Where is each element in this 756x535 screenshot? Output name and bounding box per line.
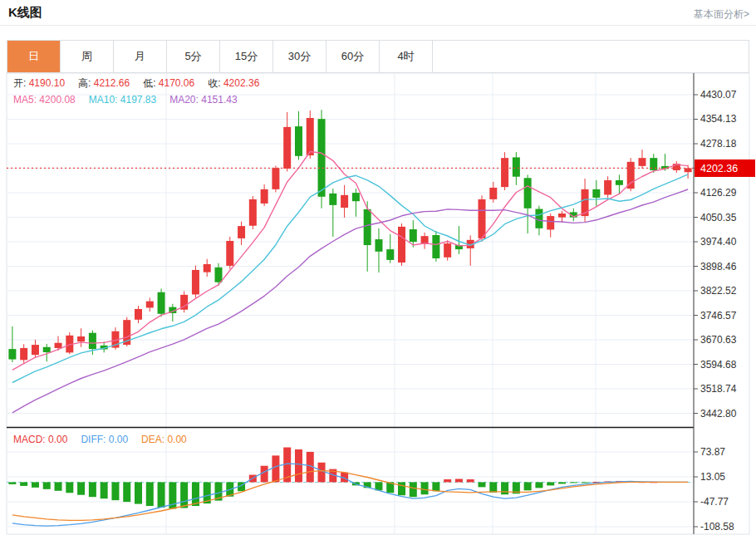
- candle-body: [204, 264, 211, 272]
- y-axis-label: 3898.46: [700, 261, 737, 272]
- label: 开:: [13, 77, 26, 89]
- candle-body: [479, 199, 486, 238]
- candle-body: [398, 227, 405, 263]
- macd-bar: [77, 482, 85, 494]
- ma20-line: [12, 189, 688, 413]
- macd-bar: [123, 482, 130, 502]
- macd-bar: [66, 482, 73, 493]
- macd-bar: [261, 466, 268, 483]
- ma-info-row: MA5: 4200.08MA10: 4197.83MA20: 4151.43: [13, 94, 251, 106]
- tab-interval-8[interactable]: 4时: [380, 41, 433, 72]
- candle-body: [547, 216, 554, 229]
- macd-axis-label: 73.87: [700, 446, 725, 458]
- tab-interval-2[interactable]: 周: [61, 41, 114, 72]
- macd-bar: [295, 449, 302, 482]
- y-axis-label: 4354.13: [700, 113, 737, 125]
- candle-body: [272, 168, 279, 189]
- macd-axis-label: 13.05: [700, 471, 725, 483]
- candle-body: [375, 239, 382, 252]
- label: 低:: [143, 77, 155, 89]
- y-axis-label: 3518.74: [700, 383, 737, 395]
- y-axis-label: 3974.40: [700, 236, 737, 248]
- candle-body: [307, 118, 314, 155]
- label: 高:: [78, 77, 91, 89]
- macd-bar: [467, 479, 474, 482]
- macd-bar: [43, 482, 51, 488]
- candle-body: [501, 158, 508, 187]
- macd-bar: [146, 482, 154, 506]
- chart-border: [7, 73, 749, 534]
- value: 4200.08: [39, 94, 75, 106]
- tab-interval-4[interactable]: 5分: [167, 41, 220, 72]
- label: 收:: [208, 77, 220, 89]
- candle-body: [238, 226, 245, 238]
- macd-bar: [101, 482, 108, 498]
- candle-body: [261, 189, 268, 204]
- candle-body: [283, 127, 291, 169]
- macd-bar: [524, 482, 532, 490]
- candle-body: [20, 348, 27, 360]
- candle-body: [89, 333, 96, 349]
- candle-body: [558, 214, 566, 218]
- tab-bar-filler: [433, 41, 749, 72]
- macd-bar: [158, 482, 165, 508]
- macd-bar: [89, 482, 96, 497]
- candle-body: [318, 119, 326, 197]
- macd-bar: [547, 482, 554, 485]
- macd-bar: [582, 482, 589, 483]
- tab-interval-5[interactable]: 15分: [220, 41, 273, 72]
- candle-body: [158, 292, 165, 314]
- candle-body: [444, 243, 451, 258]
- value: 0.00: [167, 434, 186, 445]
- macd-bar: [479, 482, 486, 487]
- macd-bar: [135, 482, 142, 503]
- value: 0.00: [48, 434, 67, 445]
- current-price-badge-label: 4202.36: [700, 163, 738, 174]
- y-axis-label: 4278.18: [700, 138, 737, 150]
- macd-bar: [489, 482, 497, 492]
- candle-body: [249, 199, 257, 226]
- y-axis-label: 4430.07: [700, 89, 737, 101]
- tab-interval-1[interactable]: 日: [7, 41, 61, 72]
- macd-bar: [32, 482, 39, 487]
- ohlc-row-item: 开: 4190.10: [13, 76, 65, 91]
- y-axis-label: 3822.52: [700, 285, 737, 297]
- value: 0.00: [109, 434, 128, 445]
- candle-body: [685, 168, 692, 172]
- macd-row-item: DIFF: 0.00: [81, 434, 128, 445]
- macd-bar: [570, 482, 577, 483]
- interval-tab-bar: 日周月5分15分30分60分4时: [7, 40, 749, 73]
- tab-interval-6[interactable]: 30分: [273, 41, 326, 72]
- macd-bar: [432, 482, 439, 491]
- tab-interval-3[interactable]: 月: [114, 41, 167, 72]
- y-axis-label: 4126.29: [700, 187, 737, 199]
- fundamental-analysis-link[interactable]: 基本面分析>: [694, 7, 749, 22]
- macd-bar: [55, 482, 62, 490]
- candle-body: [146, 302, 154, 308]
- macd-bar: [180, 482, 188, 508]
- candle-body: [592, 189, 600, 198]
- macd-bar: [421, 482, 429, 494]
- label: MACD:: [13, 434, 46, 445]
- macd-axis-label: -47.77: [700, 496, 729, 508]
- candle-body: [410, 229, 417, 242]
- macd-bar: [111, 482, 119, 500]
- tab-interval-7[interactable]: 60分: [326, 41, 380, 72]
- y-axis-label: 3594.68: [700, 359, 737, 371]
- macd-bar: [558, 482, 566, 483]
- candle-body: [295, 126, 302, 156]
- candle-body: [32, 345, 39, 355]
- macd-bar: [444, 479, 451, 482]
- y-axis-label: 3746.57: [700, 310, 737, 321]
- candle-body: [192, 270, 199, 295]
- macd-bar: [20, 482, 27, 485]
- candle-body: [489, 188, 497, 199]
- macd-axis-label: -108.58: [700, 521, 734, 533]
- ma-row-item: MA5: 4200.08: [13, 94, 76, 106]
- macd-bar: [398, 482, 405, 495]
- ohlc-row-item: 高: 4212.66: [78, 76, 130, 91]
- macd-row-item: MACD: 0.00: [13, 434, 67, 445]
- candle-body: [329, 194, 336, 205]
- y-axis-label: 3442.80: [700, 408, 737, 420]
- page-title: K线图: [8, 5, 42, 21]
